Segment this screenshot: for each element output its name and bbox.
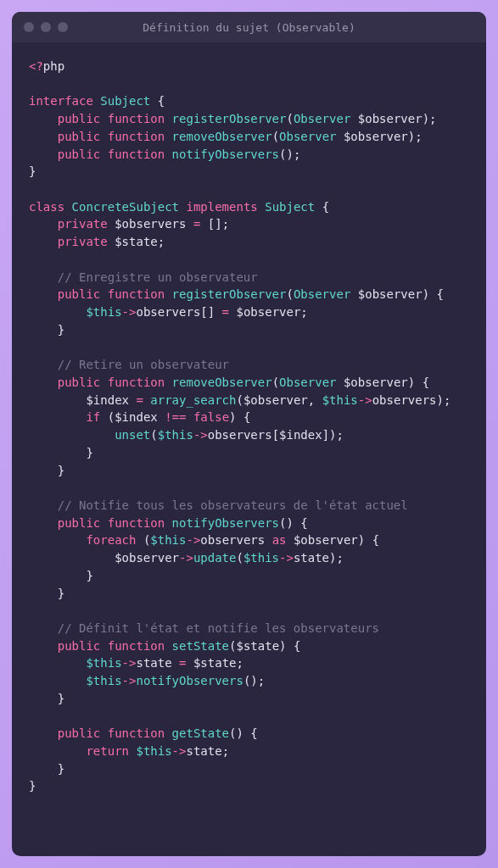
window-title: Définition du sujet (Observable) — [143, 21, 355, 34]
code-content: <?php interface Subject { public functio… — [12, 42, 486, 856]
code-window: Définition du sujet (Observable) <?php i… — [12, 12, 486, 856]
close-icon[interactable] — [24, 22, 34, 32]
maximize-icon[interactable] — [58, 22, 68, 32]
php-open-tag: <? — [29, 59, 43, 73]
minimize-icon[interactable] — [41, 22, 51, 32]
titlebar: Définition du sujet (Observable) — [12, 12, 486, 42]
window-controls — [24, 22, 68, 32]
